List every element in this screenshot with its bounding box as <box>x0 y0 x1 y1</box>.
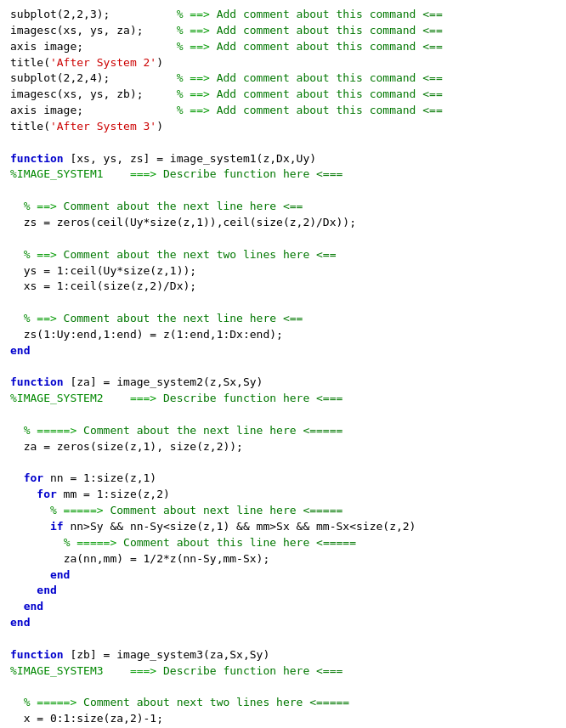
line-32: end <box>10 616 30 629</box>
line-14: ys = 1:ceil(Uy*size(z,1)); <box>10 264 196 277</box>
code-editor: subplot(2,2,3); % ==> Add comment about … <box>10 7 556 728</box>
line-34: %IMAGE_SYSTEM3 ===> Describe function he… <box>10 664 342 677</box>
line-6: imagesc(xs, ys, zb); % ==> Add comment a… <box>10 87 443 100</box>
line-26: if nn>Sy && nn-Sy<size(z,1) && mm>Sx && … <box>10 520 416 533</box>
line-36: x = 0:1:size(za,2)-1; <box>10 712 163 725</box>
line-18: end <box>10 344 30 357</box>
line-10: %IMAGE_SYSTEM1 ===> Describe function he… <box>10 167 342 180</box>
line-7: axis image; % ==> Add comment about this… <box>10 104 443 116</box>
line-3: axis image; % ==> Add comment about this… <box>10 40 443 53</box>
line-20: %IMAGE_SYSTEM2 ===> Describe function he… <box>10 392 342 404</box>
line-9: function [xs, ys, zs] = image_system1(z,… <box>10 152 316 165</box>
line-30: end <box>10 584 57 596</box>
line-16: % ==> Comment about the next line here <… <box>10 312 303 324</box>
line-23: for nn = 1:size(z,1) <box>10 471 156 484</box>
line-8: title('After System 3') <box>10 120 163 133</box>
line-15: xs = 1:ceil(size(z,2)/Dx); <box>10 279 196 292</box>
line-22: za = zeros(size(z,1), size(z,2)); <box>10 440 243 453</box>
line-25: % =====> Comment about next line here <=… <box>10 504 342 516</box>
code-content: subplot(2,2,3); % ==> Add comment about … <box>10 7 556 728</box>
line-4: title('After System 2') <box>10 56 163 69</box>
line-35: % =====> Comment about next two lines he… <box>10 696 349 708</box>
line-2: imagesc(xs, ys, za); % ==> Add comment a… <box>10 24 443 37</box>
line-17: zs(1:Uy:end,1:end) = z(1:end,1:Dx:end); <box>10 328 283 341</box>
line-28: za(nn,mm) = 1/2*z(nn-Sy,mm-Sx); <box>10 552 269 565</box>
line-19: function [za] = image_system2(z,Sx,Sy) <box>10 375 263 388</box>
line-12: zs = zeros(ceil(Uy*size(z,1)),ceil(size(… <box>10 216 356 229</box>
line-33: function [zb] = image_system3(za,Sx,Sy) <box>10 648 269 661</box>
line-11: % ==> Comment about the next line here <… <box>10 200 303 212</box>
line-29: end <box>10 568 70 581</box>
line-27: % =====> Comment about this line here <=… <box>10 536 356 549</box>
line-13: % ==> Comment about the next two lines h… <box>10 248 337 261</box>
line-5: subplot(2,2,4); % ==> Add comment about … <box>10 71 443 84</box>
line-1: subplot(2,2,3); % ==> Add comment about … <box>10 8 443 20</box>
line-21: % =====> Comment about the next line her… <box>10 424 342 437</box>
line-24: for mm = 1:size(z,2) <box>10 488 170 500</box>
line-31: end <box>10 600 43 612</box>
